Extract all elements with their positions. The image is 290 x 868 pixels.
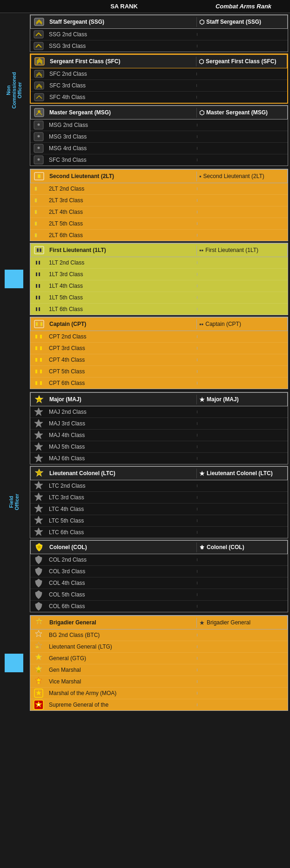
svg-point-16 xyxy=(38,159,40,161)
svg-rect-44 xyxy=(35,358,37,362)
gen-section: Brigadier General ★ Brigadier General BG… xyxy=(0,614,290,712)
2lt-name: Second Lieutenant (2LT) xyxy=(47,172,196,181)
ltg-name: Lieutenant General (LTG) xyxy=(47,642,197,651)
svg-marker-70 xyxy=(35,654,42,660)
svg-rect-32 xyxy=(39,284,40,288)
svg-rect-36 xyxy=(39,307,40,311)
maj-5th-name: MAJ 5th Class xyxy=(47,442,197,451)
1lt-3rd-name: 1LT 3rd Class xyxy=(47,270,197,279)
2lt-icon xyxy=(31,171,47,182)
sfc-icon xyxy=(31,56,48,67)
col-combat-icon: ⚜ xyxy=(199,544,205,551)
cpt-name: Captain (CPT) xyxy=(47,319,196,329)
sfc-2nd-combat xyxy=(196,73,287,75)
header-combat-rank: Combat Arms Rank xyxy=(197,3,290,10)
svg-marker-52 xyxy=(34,408,43,416)
1lt-2nd-combat xyxy=(197,261,288,264)
svg-rect-21 xyxy=(35,210,37,214)
sfc3-icon xyxy=(31,80,47,91)
1lt-6th-name: 1LT 6th Class xyxy=(47,305,197,314)
1lt-3rd-row: 1LT 3rd Class xyxy=(30,269,288,280)
1lt-4th-row: 1LT 4th Class xyxy=(30,280,288,292)
2lt-group: Second Lieutenant (2LT) ▪ Second Lieuten… xyxy=(30,169,288,241)
sfc-3rd-row: SFC 3rd Class xyxy=(31,80,287,92)
nco-groups: Staff Sergeant (SSG) ⬡ Staff Sergeant (S… xyxy=(28,13,290,167)
col-group: Colonel (COL) ⚜ Colonel (COL) COL 2nd Cl… xyxy=(30,540,288,612)
bg-icon xyxy=(31,617,47,628)
moa-row: Marshal of the Army (MOA) xyxy=(30,688,288,699)
1lt-name: First Lieutenant (1LT) xyxy=(47,245,196,255)
sfc-group: Sergeant First Class (SFC) ⬡ Sergeant Fi… xyxy=(30,53,288,104)
gtg-icon xyxy=(30,653,47,664)
2lt-combat-icon: ▪ xyxy=(199,173,202,180)
ssg-combat: ⬡ Staff Sergeant (SSG) xyxy=(196,17,287,27)
svg-rect-22 xyxy=(35,222,37,225)
cpt-5th-name: CPT 5th Class xyxy=(47,367,197,376)
1lt-primary-row: First Lieutenant (1LT) ▪▪ First Lieutena… xyxy=(30,243,288,257)
2lt-4th-row: 2LT 4th Class xyxy=(30,206,288,218)
cpt3-icon xyxy=(30,343,47,354)
svg-marker-62 xyxy=(34,516,43,524)
col-3rd-name: COL 3rd Class xyxy=(47,567,197,576)
svg-rect-30 xyxy=(39,272,40,276)
maj-6th-name: MAJ 6th Class xyxy=(47,454,197,463)
fo-section: FieldOfficer Major (MAJ) ★ Major (MAJ) xyxy=(0,391,290,614)
svg-marker-59 xyxy=(34,481,43,489)
ssg-3rd-row: SSG 3rd Class xyxy=(30,40,288,52)
cpt-icon xyxy=(31,318,47,330)
ltc-2nd-combat xyxy=(197,484,288,487)
ssg-2nd-combat xyxy=(197,33,288,36)
ltg-icon xyxy=(30,641,47,652)
gen-label-container xyxy=(0,614,28,712)
ltc-primary-row: Lieutenant Colonel (LTC) ★ Lieutenant Co… xyxy=(30,466,288,480)
1lt-5th-name: 1LT 5th Class xyxy=(47,293,197,302)
1lt-5th-combat xyxy=(197,296,288,299)
cpt-3rd-name: CPT 3rd Class xyxy=(47,344,197,353)
2lt-3rd-name: 2LT 3rd Class xyxy=(47,196,197,205)
bg-2nd-row: BG 2nd Class (BTC) xyxy=(30,629,288,641)
msg-3rd-name: MSG 3rd Class xyxy=(47,132,197,141)
msg-group: Master Sergeant (MSG) ⬡ Master Sergeant … xyxy=(30,105,288,166)
sfc-4th-name: SFC 4th Class xyxy=(47,93,196,102)
1lt4-icon xyxy=(30,280,47,292)
cpt-2nd-row: CPT 2nd Class xyxy=(30,331,288,343)
cpt-4th-combat xyxy=(197,358,288,361)
col-4th-row: COL 4th Class xyxy=(30,577,288,589)
ltc-2nd-row: LTC 2nd Class xyxy=(30,480,288,492)
nco-section: NonCommissionedOfficer Staff Sergeant (S… xyxy=(0,13,290,167)
ltc-3rd-row: LTC 3rd Class xyxy=(30,492,288,504)
gtg-name: General (GTG) xyxy=(47,654,197,663)
moa-combat xyxy=(197,692,288,695)
svg-rect-28 xyxy=(39,261,40,265)
1lt6-icon xyxy=(30,304,47,315)
svg-point-80 xyxy=(38,704,40,706)
maj-3rd-combat xyxy=(197,422,288,425)
cpt-5th-row: CPT 5th Class xyxy=(30,366,288,378)
sfc-name: Sergeant First Class (SFC) xyxy=(48,57,196,66)
svg-marker-55 xyxy=(34,443,43,451)
fo-label: FieldOfficer xyxy=(8,494,20,510)
sfc-4th-row: SFC 4th Class xyxy=(31,92,287,103)
col-5th-name: COL 5th Class xyxy=(47,590,197,599)
svg-rect-26 xyxy=(40,248,41,252)
cpt-3rd-combat xyxy=(197,347,288,350)
maj-2nd-name: MAJ 2nd Class xyxy=(47,407,197,417)
ltc-6th-row: LTC 6th Class xyxy=(30,527,288,538)
vice-marshal-name: Vice Marshal xyxy=(47,677,197,686)
2lt-3rd-combat xyxy=(197,199,288,202)
maj4-icon xyxy=(30,430,47,441)
msg-4rd-name: MSG 4rd Class xyxy=(47,144,197,153)
ssg-combat-icon: ⬡ xyxy=(199,19,204,26)
ssg-2nd-name: SSG 2nd Class xyxy=(47,30,197,39)
cpt-4th-row: CPT 4th Class xyxy=(30,354,288,366)
header: SA RANK Combat Arms Rank xyxy=(0,0,290,13)
ssg-group: Staff Sergeant (SSG) ⬡ Staff Sergeant (S… xyxy=(30,14,288,52)
2lt-2nd-row: 2LT 2nd Class xyxy=(30,183,288,195)
maj-4th-row: MAJ 4th Class xyxy=(30,430,288,441)
col3-icon xyxy=(30,566,47,577)
svg-point-75 xyxy=(38,682,40,684)
ssg-3rd-combat xyxy=(197,45,288,47)
bg-combat-icon: ★ xyxy=(199,619,205,626)
vice-marshal-row: Vice Marshal xyxy=(30,676,288,688)
1lt2-icon xyxy=(30,257,47,268)
